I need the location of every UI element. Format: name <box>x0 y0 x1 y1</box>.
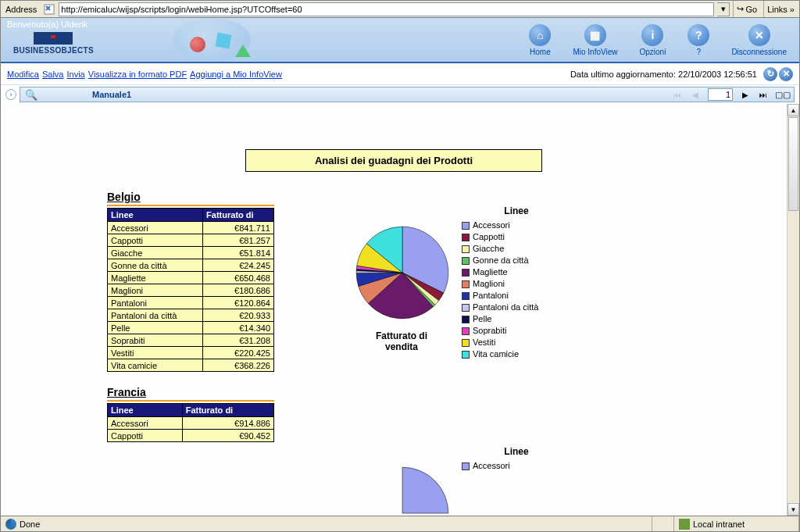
view-mode-icon[interactable]: ▢▢ <box>777 89 789 100</box>
cell-value: €24.245 <box>203 259 274 272</box>
table-row: Magliette€650.468 <box>108 272 274 284</box>
options-button[interactable]: i Opzioni <box>639 24 666 56</box>
cell-value: €914.886 <box>182 417 273 430</box>
cell-value: €81.257 <box>203 234 274 247</box>
cell-label: Pantaloni <box>108 297 203 309</box>
app-banner: Benvenuto(a) Ulderik BUSINESSOBJECTS ⌂ H… <box>1 18 799 62</box>
cell-label: Vestiti <box>108 347 203 359</box>
close-report-icon[interactable]: ✕ <box>779 67 793 81</box>
search-icon[interactable]: 🔍 <box>25 89 38 101</box>
legend-item: Soprabiti <box>462 325 579 337</box>
cell-label: Accessori <box>108 222 203 234</box>
scroll-thumb[interactable] <box>788 117 798 211</box>
last-page-icon[interactable]: ⏭ <box>758 91 769 99</box>
links-button[interactable]: Links » <box>763 1 798 17</box>
legend-label: Cappotti <box>473 231 505 243</box>
add-infoview-link[interactable]: Aggiungi a Mio InfoView <box>190 70 282 79</box>
help-icon: ? <box>688 24 709 46</box>
legend-swatch <box>462 351 470 359</box>
infoview-icon: ▦ <box>584 24 606 46</box>
address-label: Address <box>2 5 40 14</box>
country-section: FranciaLineeFatturato diAccessori€914.88… <box>107 386 768 442</box>
legend-item: Giacche <box>462 243 579 255</box>
pie-graphic <box>352 463 452 516</box>
legend-label: Vestiti <box>473 337 495 348</box>
address-input[interactable] <box>59 2 714 16</box>
legend-label: Accessori <box>473 460 510 472</box>
cell-label: Accessori <box>108 417 183 430</box>
vertical-scrollbar[interactable]: ▲ ▼ <box>787 104 799 516</box>
legend-swatch <box>462 222 470 230</box>
legend-swatch <box>462 304 470 312</box>
country-heading: Belgio <box>107 191 768 203</box>
legend-item: Accessori <box>462 220 579 231</box>
cell-label: Soprabiti <box>108 334 203 347</box>
disconnect-button[interactable]: ✕ Disconnessione <box>731 24 787 56</box>
table-row: Vestiti€220.425 <box>108 347 274 359</box>
status-text: Done <box>1 516 652 531</box>
refresh-icon[interactable]: ↻ <box>763 67 777 81</box>
panel-expand-icon[interactable]: › <box>5 89 16 100</box>
table-row: Pelle€14.340 <box>108 322 274 334</box>
help-button[interactable]: ? ? <box>688 24 709 56</box>
cell-value: €20.933 <box>203 309 274 322</box>
cell-label: Gonne da città <box>108 259 203 272</box>
report-title: Analisi dei guadagni dei Prodotti <box>245 149 542 172</box>
legend-label: Pantaloni <box>473 290 509 302</box>
cell-value: €14.340 <box>203 322 274 334</box>
cell-value: €368.226 <box>203 359 274 372</box>
zone-icon <box>679 519 690 530</box>
page-input[interactable] <box>708 88 733 101</box>
view-pdf-link[interactable]: Visualizza in formato PDF <box>88 70 187 79</box>
cell-value: €90.452 <box>182 430 273 442</box>
pie-graphic <box>352 223 452 323</box>
pie-chart-belgio: Linee Fatturato di vendita AccessoriCapp… <box>345 205 579 360</box>
pie-caption: Fatturato di vendita <box>359 330 445 352</box>
go-button[interactable]: ↪ Go <box>733 1 760 17</box>
send-link[interactable]: Invia <box>67 70 85 79</box>
cell-label: Giacche <box>108 247 203 259</box>
address-dropdown[interactable]: ▾ <box>717 2 730 16</box>
cell-value: €31.208 <box>203 334 274 347</box>
legend-swatch <box>462 257 470 265</box>
infoview-button[interactable]: ▦ Mio InfoView <box>573 24 617 56</box>
legend-swatch <box>462 245 470 253</box>
prev-page-icon: ◀ <box>691 91 700 99</box>
legend-label: Soprabiti <box>473 325 506 337</box>
legend-label: Maglioni <box>473 278 505 290</box>
next-page-icon[interactable]: ▶ <box>741 91 750 99</box>
table-row: Cappotti€90.452 <box>108 430 274 442</box>
legend-label: Pantaloni da città <box>473 302 538 313</box>
table-row: Vita camicie€368.226 <box>108 359 274 372</box>
legend-swatch <box>462 280 470 288</box>
pie-chart-francia: Linee Accessori <box>345 446 579 472</box>
go-icon: ↪ <box>737 4 744 14</box>
legend-label: Pelle <box>473 313 491 325</box>
col-lines: Linee <box>108 209 203 222</box>
cell-label: Pelle <box>108 322 203 334</box>
scroll-down-icon[interactable]: ▼ <box>788 503 799 516</box>
table-row: Giacche€51.814 <box>108 247 274 259</box>
legend-item: Vestiti <box>462 337 579 348</box>
country-heading: Francia <box>107 386 768 398</box>
cell-label: Cappotti <box>108 234 203 247</box>
legend-label: Gonne da città <box>473 255 529 266</box>
legend-item: Accessori <box>462 460 579 472</box>
save-link[interactable]: Salva <box>42 70 64 79</box>
legend-title: Linee <box>454 446 579 457</box>
table-row: Accessori€914.886 <box>108 417 274 430</box>
address-bar: Address ▾ ↪ Go Links » <box>1 1 799 18</box>
legend-swatch <box>462 462 470 470</box>
status-bar: Done Local intranet <box>1 516 799 531</box>
scroll-up-icon[interactable]: ▲ <box>788 104 799 116</box>
table-row: Cappotti€81.257 <box>108 234 274 247</box>
legend-item: Pantaloni da città <box>462 302 579 313</box>
legend-item: Gonne da città <box>462 255 579 266</box>
document-title: Manuale1 <box>92 90 131 99</box>
legend-swatch <box>462 327 470 335</box>
banner-decoration <box>141 18 298 62</box>
modify-link[interactable]: Modifica <box>7 70 39 79</box>
home-button[interactable]: ⌂ Home <box>529 24 551 56</box>
legend-label: Magliette <box>473 266 508 278</box>
cell-label: Vita camicie <box>108 359 203 372</box>
